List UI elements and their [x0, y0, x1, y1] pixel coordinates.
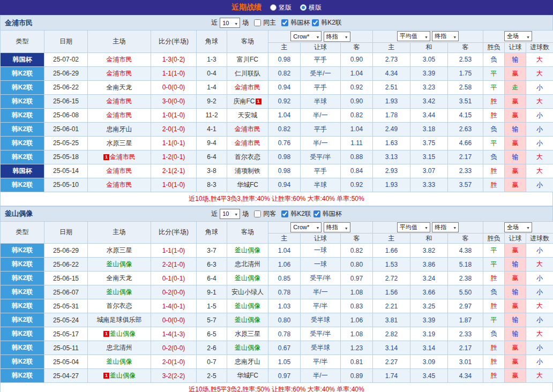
league-type[interactable]: 韩K2联 [1, 313, 44, 327]
league-type[interactable]: 韩国杯 [1, 164, 44, 178]
league-filter-checkbox-2[interactable] [312, 19, 319, 26]
match-count-select[interactable]: 10 [220, 209, 240, 219]
away-team-name[interactable]: 华城FC [237, 181, 258, 189]
average-select[interactable]: 平均值 [397, 31, 430, 41]
league-type[interactable]: 韩K2联 [1, 285, 44, 299]
away-team-name[interactable]: 首尔衣恋 [235, 153, 260, 161]
home-team-name[interactable]: 釜山偶像 [110, 330, 136, 337]
corner-score: 2-6 [197, 341, 227, 355]
fulltime-select[interactable]: 全场 [504, 31, 532, 41]
away-team-name[interactable]: 富川FC [237, 56, 258, 63]
match-score: 2-1(2-1) [151, 164, 197, 178]
home-team-name[interactable]: 釜山偶像 [107, 260, 132, 268]
home-team-name[interactable]: 忠北清州 [107, 344, 132, 351]
handicap-away-odds: 0.80 [341, 258, 373, 272]
same-venue-checkbox[interactable] [254, 19, 261, 26]
league-type[interactable]: 韩K2联 [1, 299, 44, 313]
radio-icon[interactable] [300, 4, 307, 11]
final-index-select-1[interactable]: 终指 [324, 32, 350, 42]
team-name[interactable]: 金浦市民 [5, 18, 33, 28]
away-team-name[interactable]: 庆南FC [234, 97, 255, 105]
subcol-avg-home: 主 [373, 233, 410, 244]
away-team-name[interactable]: 安山小绿人 [231, 288, 264, 296]
result-handicap: 赢 [505, 94, 526, 108]
league-filter-checkbox-1[interactable] [281, 210, 288, 217]
match-score: 3-0(0-0) [151, 94, 197, 108]
home-team-name[interactable]: 忠南牙山 [107, 125, 132, 133]
away-team-name[interactable]: 华城FC [237, 372, 258, 379]
final-index-select-2[interactable]: 终指 [432, 31, 459, 41]
league-type[interactable]: 韩K2联 [1, 94, 44, 108]
league-filter-checkbox-1[interactable] [281, 19, 288, 26]
away-team-name[interactable]: 釜山偶像 [235, 246, 260, 254]
league-type[interactable]: 韩K2联 [1, 341, 44, 355]
league-type[interactable]: 韩K2联 [1, 108, 44, 122]
home-team-name[interactable]: 全南天龙 [107, 274, 132, 282]
away-team-name[interactable]: 釜山偶像 [235, 274, 260, 282]
result-handicap: 输 [505, 52, 526, 66]
home-team-name[interactable]: 金浦市民 [107, 97, 132, 105]
league-type[interactable]: 韩K2联 [1, 66, 44, 80]
league-type[interactable]: 韩K2联 [1, 327, 44, 341]
league-type[interactable]: 韩K2联 [1, 355, 44, 369]
average-select[interactable]: 平均值 [397, 222, 430, 232]
league-type[interactable]: 韩K2联 [1, 272, 44, 285]
away-team-name[interactable]: 水原三星 [235, 330, 260, 337]
league-type[interactable]: 韩K2联 [1, 150, 44, 164]
final-index-select-1[interactable]: 终指 [324, 222, 350, 232]
away-team-name[interactable]: 浦项制铁 [235, 167, 260, 175]
team-name[interactable]: 釜山偶像 [5, 209, 33, 218]
home-team-name[interactable]: 金浦市民 [107, 111, 132, 119]
away-team-name[interactable]: 天安城 [238, 111, 257, 119]
away-team-name[interactable]: 釜山偶像 [235, 316, 260, 323]
home-team-name[interactable]: 金浦市民 [107, 70, 132, 77]
away-team-name[interactable]: 釜山偶像 [235, 344, 260, 351]
radio-icon[interactable] [270, 4, 276, 11]
home-team-name[interactable]: 釜山偶像 [110, 372, 136, 379]
avg-draw-odds: 3.14 [410, 341, 448, 355]
radio-horizontal-layout[interactable]: 横版 [300, 3, 322, 12]
away-team-name[interactable]: 釜山偶像 [235, 302, 260, 310]
away-team-name[interactable]: 金浦市民 [235, 139, 260, 147]
recent-matches-table: 类型 日期 主场 比分(半场) 角球 客场 Crow* 终指 平均值 终指 全场 [0, 30, 553, 192]
filter-controls: 近 10 场 同主 韩国杯 韩K2联 [211, 18, 342, 28]
home-team: 1金浦市民 [88, 150, 151, 164]
home-team-name[interactable]: 釜山偶像 [107, 358, 132, 365]
radio-vertical-layout[interactable]: 竖版 [270, 3, 292, 12]
away-team-name[interactable]: 仁川联队 [235, 70, 260, 77]
result-outcome: 平 [483, 313, 505, 327]
home-team-name[interactable]: 首尔衣恋 [107, 302, 132, 310]
league-type[interactable]: 韩K2联 [1, 369, 44, 383]
bookmaker-select[interactable]: Crow* [290, 31, 322, 41]
league-type[interactable]: 韩国杯 [1, 52, 44, 66]
away-team-name[interactable]: 忠南牙山 [235, 358, 260, 365]
league-filter-checkbox-2[interactable] [313, 210, 320, 217]
league-type[interactable]: 韩K2联 [1, 122, 44, 136]
same-venue-checkbox[interactable] [254, 210, 261, 217]
avg-away-odds: 1.75 [448, 66, 483, 80]
home-team-name[interactable]: 金浦市民 [107, 181, 132, 189]
home-team-name[interactable]: 水原三星 [107, 246, 132, 254]
away-team-name[interactable]: 忠北清州 [235, 260, 260, 268]
league-type[interactable]: 韩K2联 [1, 258, 44, 272]
bookmaker-select[interactable]: Crow* [290, 222, 322, 232]
final-index-select-2[interactable]: 终指 [432, 222, 459, 232]
league-type[interactable]: 韩K2联 [1, 136, 44, 150]
league-type[interactable]: 韩K2联 [1, 178, 44, 192]
home-team-name[interactable]: 金浦市民 [110, 153, 136, 161]
away-team-name[interactable]: 金浦市民 [235, 84, 260, 91]
league-type[interactable]: 韩K2联 [1, 80, 44, 94]
home-team-name[interactable]: 金浦市民 [107, 167, 132, 175]
home-team-name[interactable]: 釜山偶像 [107, 288, 132, 296]
avg-away-odds: 5.18 [448, 258, 483, 272]
avg-home-odds: 2.93 [373, 164, 410, 178]
handicap-home-odds: 0.98 [268, 52, 301, 66]
home-team-name[interactable]: 金浦市民 [107, 56, 132, 63]
away-team-name[interactable]: 金浦市民 [235, 125, 260, 133]
home-team-name[interactable]: 城南足球俱乐部 [97, 316, 142, 323]
home-team-name[interactable]: 水原三星 [107, 139, 132, 147]
match-count-select[interactable]: 10 [220, 18, 240, 28]
home-team-name[interactable]: 全南天龙 [107, 84, 132, 91]
league-type[interactable]: 韩K2联 [1, 244, 44, 258]
fulltime-select[interactable]: 全场 [504, 222, 532, 232]
